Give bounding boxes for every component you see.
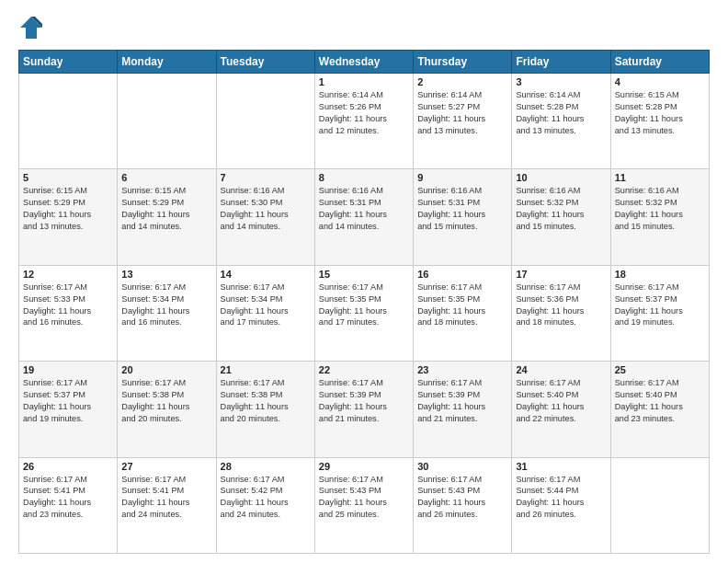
- day-info: Sunrise: 6:17 AM Sunset: 5:38 PM Dayligh…: [221, 377, 311, 425]
- calendar-cell: 20Sunrise: 6:17 AM Sunset: 5:38 PM Dayli…: [118, 362, 216, 457]
- day-number: 21: [221, 364, 311, 375]
- calendar-cell: 9Sunrise: 6:16 AM Sunset: 5:31 PM Daylig…: [414, 169, 512, 265]
- calendar-cell: 28Sunrise: 6:17 AM Sunset: 5:42 PM Dayli…: [216, 457, 314, 553]
- calendar-cell: 14Sunrise: 6:17 AM Sunset: 5:34 PM Dayli…: [216, 265, 314, 361]
- day-number: 17: [516, 269, 606, 280]
- weekday-monday: Monday: [118, 51, 216, 74]
- header: [18, 15, 710, 40]
- calendar-cell: 27Sunrise: 6:17 AM Sunset: 5:41 PM Dayli…: [118, 457, 216, 553]
- page: SundayMondayTuesdayWednesdayThursdayFrid…: [0, 0, 728, 563]
- calendar-cell: [216, 74, 314, 169]
- calendar-cell: 29Sunrise: 6:17 AM Sunset: 5:43 PM Dayli…: [314, 457, 413, 553]
- calendar-cell: 17Sunrise: 6:17 AM Sunset: 5:36 PM Dayli…: [512, 265, 610, 361]
- day-info: Sunrise: 6:15 AM Sunset: 5:29 PM Dayligh…: [121, 185, 211, 233]
- calendar-cell: 15Sunrise: 6:17 AM Sunset: 5:35 PM Dayli…: [314, 265, 413, 361]
- day-number: 30: [417, 461, 507, 472]
- calendar-cell: 2Sunrise: 6:14 AM Sunset: 5:27 PM Daylig…: [414, 74, 512, 169]
- calendar-cell: 3Sunrise: 6:14 AM Sunset: 5:28 PM Daylig…: [512, 74, 610, 169]
- day-number: 23: [417, 364, 507, 375]
- weekday-header-row: SundayMondayTuesdayWednesdayThursdayFrid…: [19, 51, 710, 74]
- calendar-cell: [19, 74, 118, 169]
- day-info: Sunrise: 6:17 AM Sunset: 5:37 PM Dayligh…: [615, 282, 705, 329]
- day-number: 22: [319, 364, 409, 375]
- logo-icon: [18, 15, 44, 40]
- day-info: Sunrise: 6:17 AM Sunset: 5:44 PM Dayligh…: [516, 474, 606, 522]
- day-info: Sunrise: 6:16 AM Sunset: 5:31 PM Dayligh…: [319, 185, 409, 233]
- day-info: Sunrise: 6:17 AM Sunset: 5:35 PM Dayligh…: [319, 282, 409, 329]
- calendar-table: SundayMondayTuesdayWednesdayThursdayFrid…: [18, 50, 710, 554]
- day-number: 14: [221, 269, 311, 280]
- day-info: Sunrise: 6:17 AM Sunset: 5:38 PM Dayligh…: [121, 377, 211, 425]
- day-number: 15: [319, 269, 409, 280]
- calendar-cell: 1Sunrise: 6:14 AM Sunset: 5:26 PM Daylig…: [314, 74, 413, 169]
- week-row-1: 1Sunrise: 6:14 AM Sunset: 5:26 PM Daylig…: [19, 74, 710, 169]
- day-info: Sunrise: 6:17 AM Sunset: 5:41 PM Dayligh…: [23, 474, 113, 522]
- day-info: Sunrise: 6:17 AM Sunset: 5:43 PM Dayligh…: [319, 474, 409, 522]
- day-number: 1: [319, 76, 409, 87]
- calendar-cell: 24Sunrise: 6:17 AM Sunset: 5:40 PM Dayli…: [512, 362, 610, 457]
- calendar-cell: 8Sunrise: 6:16 AM Sunset: 5:31 PM Daylig…: [314, 169, 413, 265]
- day-number: 11: [615, 172, 705, 183]
- calendar-cell: 31Sunrise: 6:17 AM Sunset: 5:44 PM Dayli…: [512, 457, 610, 553]
- day-info: Sunrise: 6:17 AM Sunset: 5:42 PM Dayligh…: [221, 474, 311, 522]
- day-info: Sunrise: 6:16 AM Sunset: 5:30 PM Dayligh…: [221, 185, 311, 233]
- day-info: Sunrise: 6:15 AM Sunset: 5:29 PM Dayligh…: [23, 185, 113, 233]
- day-info: Sunrise: 6:17 AM Sunset: 5:41 PM Dayligh…: [121, 474, 211, 522]
- calendar-cell: 23Sunrise: 6:17 AM Sunset: 5:39 PM Dayli…: [414, 362, 512, 457]
- weekday-tuesday: Tuesday: [216, 51, 314, 74]
- day-info: Sunrise: 6:14 AM Sunset: 5:28 PM Dayligh…: [516, 89, 606, 137]
- calendar-cell: 4Sunrise: 6:15 AM Sunset: 5:28 PM Daylig…: [610, 74, 709, 169]
- day-info: Sunrise: 6:16 AM Sunset: 5:32 PM Dayligh…: [615, 185, 705, 233]
- day-info: Sunrise: 6:14 AM Sunset: 5:26 PM Dayligh…: [319, 89, 409, 137]
- day-info: Sunrise: 6:17 AM Sunset: 5:40 PM Dayligh…: [615, 377, 705, 425]
- svg-marker-0: [20, 17, 42, 39]
- logo: [18, 15, 48, 40]
- day-number: 13: [121, 269, 211, 280]
- day-number: 10: [516, 172, 606, 183]
- calendar-cell: 26Sunrise: 6:17 AM Sunset: 5:41 PM Dayli…: [19, 457, 118, 553]
- day-number: 25: [615, 364, 705, 375]
- day-info: Sunrise: 6:15 AM Sunset: 5:28 PM Dayligh…: [615, 89, 705, 137]
- day-number: 9: [417, 172, 507, 183]
- week-row-2: 5Sunrise: 6:15 AM Sunset: 5:29 PM Daylig…: [19, 169, 710, 265]
- calendar-cell: 10Sunrise: 6:16 AM Sunset: 5:32 PM Dayli…: [512, 169, 610, 265]
- day-info: Sunrise: 6:17 AM Sunset: 5:39 PM Dayligh…: [319, 377, 409, 425]
- day-number: 24: [516, 364, 606, 375]
- day-info: Sunrise: 6:17 AM Sunset: 5:39 PM Dayligh…: [417, 377, 507, 425]
- day-number: 8: [319, 172, 409, 183]
- day-info: Sunrise: 6:17 AM Sunset: 5:34 PM Dayligh…: [221, 282, 311, 329]
- day-number: 16: [417, 269, 507, 280]
- weekday-thursday: Thursday: [414, 51, 512, 74]
- calendar-cell: 7Sunrise: 6:16 AM Sunset: 5:30 PM Daylig…: [216, 169, 314, 265]
- week-row-5: 26Sunrise: 6:17 AM Sunset: 5:41 PM Dayli…: [19, 457, 710, 553]
- day-info: Sunrise: 6:17 AM Sunset: 5:33 PM Dayligh…: [23, 282, 113, 329]
- calendar-cell: 11Sunrise: 6:16 AM Sunset: 5:32 PM Dayli…: [610, 169, 709, 265]
- day-number: 12: [23, 269, 113, 280]
- weekday-wednesday: Wednesday: [314, 51, 413, 74]
- day-info: Sunrise: 6:17 AM Sunset: 5:43 PM Dayligh…: [417, 474, 507, 522]
- day-number: 27: [121, 461, 211, 472]
- day-number: 6: [121, 172, 211, 183]
- day-info: Sunrise: 6:17 AM Sunset: 5:35 PM Dayligh…: [417, 282, 507, 329]
- day-number: 2: [417, 76, 507, 87]
- day-number: 3: [516, 76, 606, 87]
- day-number: 26: [23, 461, 113, 472]
- day-info: Sunrise: 6:17 AM Sunset: 5:34 PM Dayligh…: [121, 282, 211, 329]
- calendar-cell: [610, 457, 709, 553]
- day-info: Sunrise: 6:17 AM Sunset: 5:37 PM Dayligh…: [23, 377, 113, 425]
- weekday-friday: Friday: [512, 51, 610, 74]
- week-row-3: 12Sunrise: 6:17 AM Sunset: 5:33 PM Dayli…: [19, 265, 710, 361]
- calendar-cell: 19Sunrise: 6:17 AM Sunset: 5:37 PM Dayli…: [19, 362, 118, 457]
- day-number: 4: [615, 76, 705, 87]
- day-number: 29: [319, 461, 409, 472]
- day-number: 20: [121, 364, 211, 375]
- day-info: Sunrise: 6:16 AM Sunset: 5:32 PM Dayligh…: [516, 185, 606, 233]
- weekday-sunday: Sunday: [19, 51, 118, 74]
- calendar-cell: 21Sunrise: 6:17 AM Sunset: 5:38 PM Dayli…: [216, 362, 314, 457]
- calendar-cell: 16Sunrise: 6:17 AM Sunset: 5:35 PM Dayli…: [414, 265, 512, 361]
- calendar-cell: 25Sunrise: 6:17 AM Sunset: 5:40 PM Dayli…: [610, 362, 709, 457]
- day-number: 31: [516, 461, 606, 472]
- day-number: 5: [23, 172, 113, 183]
- day-number: 7: [221, 172, 311, 183]
- calendar-cell: 22Sunrise: 6:17 AM Sunset: 5:39 PM Dayli…: [314, 362, 413, 457]
